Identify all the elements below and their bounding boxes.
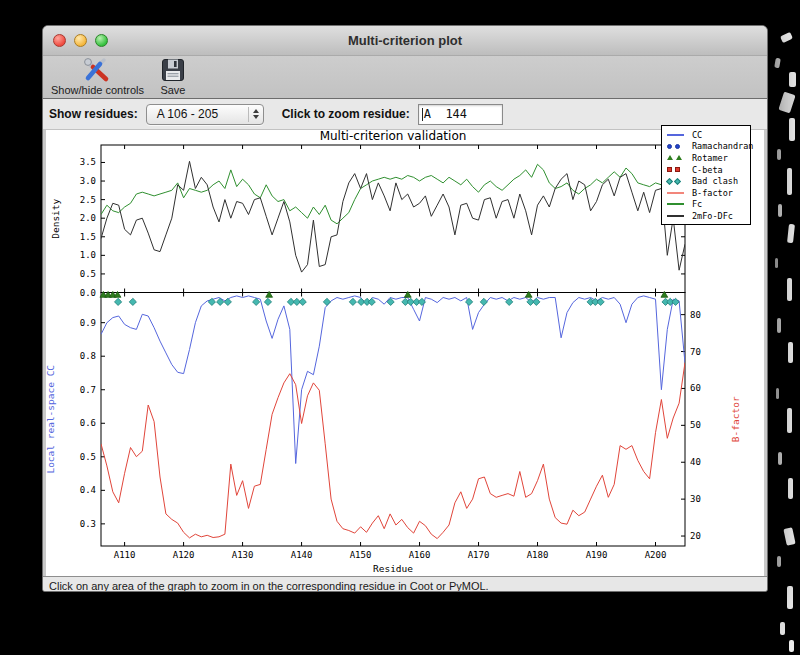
legend-item: C-beta	[666, 164, 748, 176]
zoom-residue-input[interactable]: A 144	[418, 104, 503, 125]
svg-text:20: 20	[690, 531, 701, 541]
svg-text:A120: A120	[173, 550, 195, 560]
svg-text:Residue: Residue	[373, 563, 413, 574]
legend-line-swatch	[666, 192, 692, 194]
svg-text:0.9: 0.9	[80, 318, 96, 328]
legend-label: Fc	[692, 199, 702, 209]
window-titlebar[interactable]: Multi-criterion plot	[43, 26, 767, 56]
window-title: Multi-criterion plot	[43, 33, 767, 48]
svg-text:60: 60	[690, 383, 701, 393]
svg-text:50: 50	[690, 420, 701, 430]
artifact-blob	[789, 118, 795, 141]
show-residues-select[interactable]: A 106 - 205	[146, 104, 264, 125]
artifact-blob	[787, 224, 795, 244]
minimize-button[interactable]	[74, 34, 87, 47]
artifact-blob	[774, 58, 781, 69]
svg-text:A150: A150	[350, 550, 372, 560]
svg-text:A160: A160	[409, 550, 431, 560]
svg-text:0.6: 0.6	[80, 418, 96, 428]
legend-line-swatch	[666, 203, 692, 205]
legend-item: Bad clash	[666, 175, 748, 187]
text-cursor	[422, 108, 423, 121]
svg-text:A110: A110	[114, 550, 136, 560]
legend-line-swatch	[666, 215, 692, 217]
zoom-residue-label: Click to zoom residue:	[282, 107, 410, 121]
svg-text:0.3: 0.3	[80, 519, 96, 529]
artifact-blob	[787, 168, 792, 195]
legend-label: Ramachandran	[692, 141, 753, 151]
legend-label: C-beta	[692, 165, 723, 175]
artifact-blob	[789, 72, 796, 87]
artifact-blob	[778, 92, 795, 114]
legend-label: Rotamer	[692, 153, 728, 163]
svg-text:80: 80	[690, 310, 701, 320]
svg-text:2.0: 2.0	[80, 213, 96, 223]
svg-text:30: 30	[690, 494, 701, 504]
artifact-blob	[778, 204, 782, 217]
svg-text:0.0: 0.0	[80, 288, 96, 298]
legend-label: B-factor	[692, 188, 733, 198]
artifact-blob	[783, 527, 795, 545]
artifact-blob	[777, 556, 781, 567]
legend-item: B-factor	[666, 187, 748, 199]
svg-text:0.7: 0.7	[80, 385, 96, 395]
plot-canvas[interactable]: Multi-criterion validation0.00.51.01.52.…	[46, 130, 764, 576]
svg-text:A180: A180	[527, 550, 549, 560]
svg-text:0.4: 0.4	[80, 485, 96, 495]
controls-bar: Show residues: A 106 - 205 Click to zoom…	[43, 99, 767, 130]
legend-item: Rotamer	[666, 152, 748, 164]
artifact-blob	[788, 478, 793, 499]
save-icon	[160, 57, 186, 83]
stepper-arrows-icon	[248, 107, 259, 122]
artifact-blob	[780, 622, 785, 635]
artifact-blob	[789, 640, 794, 652]
svg-text:A190: A190	[586, 550, 608, 560]
svg-text:Multi-criterion validation: Multi-criterion validation	[320, 130, 467, 143]
legend-label: 2mFo-DFc	[692, 211, 733, 221]
svg-text:Density: Density	[50, 198, 61, 238]
svg-text:1.0: 1.0	[80, 250, 96, 260]
svg-text:40: 40	[690, 457, 701, 467]
svg-text:2.5: 2.5	[80, 195, 96, 205]
svg-text:70: 70	[690, 347, 701, 357]
legend-line-swatch	[666, 134, 692, 136]
legend-triangle-swatch	[666, 155, 692, 160]
legend-square-swatch	[666, 167, 692, 172]
toolbar: Show/hide controls Save	[43, 56, 767, 99]
chart-legend: CCRamachandranRotamerC-betaBad clashB-fa…	[661, 125, 751, 225]
artifact-blob	[777, 149, 781, 160]
save-button[interactable]: Save	[160, 57, 186, 96]
maximize-button[interactable]	[95, 34, 108, 47]
legend-item: Fc	[666, 199, 748, 211]
artifact-blob	[787, 278, 792, 301]
svg-text:B-factor: B-factor	[730, 396, 741, 442]
desktop: { "window": { "title": "Multi-criterion …	[0, 0, 800, 655]
artifact-blob	[788, 342, 793, 363]
artifact-blob	[775, 258, 778, 268]
tools-icon	[82, 57, 112, 83]
artifact-blob	[787, 586, 793, 609]
chart-svg[interactable]: Multi-criterion validation0.00.51.01.52.…	[46, 130, 764, 576]
artifact-blob	[778, 452, 782, 465]
artifact-blob	[776, 388, 779, 399]
svg-text:A170: A170	[468, 550, 490, 560]
legend-label: Bad clash	[692, 176, 738, 186]
svg-text:A130: A130	[232, 550, 254, 560]
zoom-residue-value: A 144	[424, 107, 467, 121]
legend-circle-swatch	[666, 144, 692, 149]
svg-text:Local real-space CC: Local real-space CC	[46, 365, 56, 474]
close-button[interactable]	[53, 34, 66, 47]
show-residues-value: A 106 - 205	[157, 107, 218, 121]
legend-diamond-swatch	[666, 179, 692, 184]
svg-text:A140: A140	[291, 550, 313, 560]
svg-text:0.8: 0.8	[80, 351, 96, 361]
svg-text:0.5: 0.5	[80, 452, 96, 462]
legend-label: CC	[692, 130, 702, 140]
status-text: Click on any area of the graph to zoom i…	[49, 580, 489, 592]
statusbar: Click on any area of the graph to zoom i…	[43, 576, 767, 592]
legend-item: Ramachandran	[666, 141, 748, 153]
svg-text:A200: A200	[645, 550, 667, 560]
show-hide-controls-button[interactable]: Show/hide controls	[51, 57, 144, 96]
legend-item: CC	[666, 129, 748, 141]
legend-item: 2mFo-DFc	[666, 210, 748, 222]
